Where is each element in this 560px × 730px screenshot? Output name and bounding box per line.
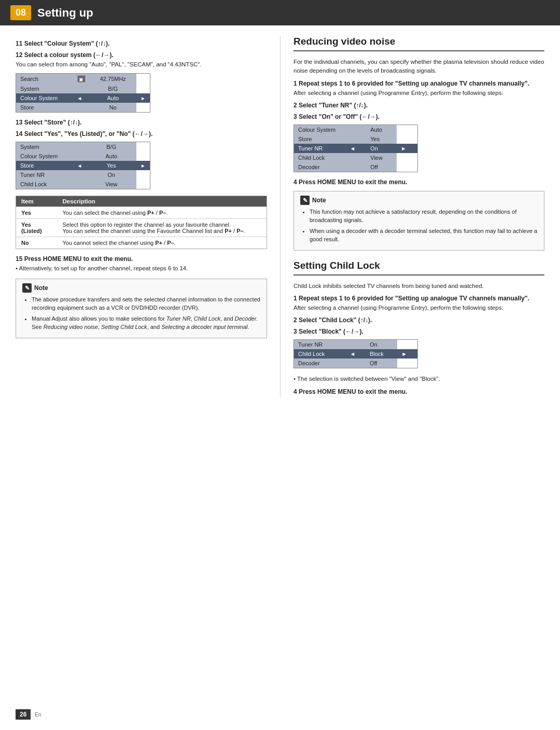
left-arrow: ◄	[346, 349, 366, 359]
desc-term: Yes	[16, 207, 58, 219]
menu-spacer	[73, 142, 87, 152]
desc-definition: You cannot select the channel using P+ /…	[58, 237, 267, 249]
menu-value: Block	[366, 349, 397, 359]
menu-value: Auto	[86, 151, 136, 161]
section2-note-body: • The selection is switched between "Vie…	[293, 375, 544, 383]
menu-value: Auto	[90, 93, 137, 103]
desc-term: Yes (Listed)	[16, 219, 58, 237]
step-15-body: • Alternatively, to set up for another c…	[16, 264, 267, 273]
menu-spacer	[346, 153, 367, 162]
menu-spacer	[73, 84, 90, 93]
menu-spacer	[73, 151, 87, 161]
tv-icon: ▣	[77, 75, 86, 82]
menu-table-1: Search ▣ 42.75MHz System B/G Colour Syst…	[16, 73, 150, 113]
menu-label: Store	[16, 103, 73, 113]
left-arrow: ◄	[73, 161, 87, 170]
menu-row-decoder3: Decoder Off	[294, 162, 418, 172]
note-item-2: When using a decoder with a decoder term…	[310, 227, 538, 244]
menu-row-colour-system: Colour System ◄ Auto ►	[16, 93, 150, 103]
step-13: 13 Select "Store" (↑/↓).	[16, 119, 267, 126]
menu-value: Yes	[86, 161, 136, 170]
section1-step2: 2 Select "Tuner NR" (↑/↓).	[293, 102, 544, 109]
step-15: 15 Press HOME MENU to exit the menu.	[16, 255, 267, 263]
menu-label: System	[16, 142, 73, 152]
left-column: 11 Select "Colour System" (↑/↓). 12 Sele…	[16, 36, 280, 397]
menu-label: Decoder	[294, 162, 346, 172]
menu-label: Colour System	[16, 93, 73, 103]
note-icon: ✎	[22, 283, 32, 293]
chapter-number: 08	[10, 5, 31, 20]
note-item-1: This function may not achieve a satisfac…	[310, 208, 538, 225]
desc-term: No	[16, 237, 58, 249]
menu-spacer	[73, 180, 87, 189]
menu-label: Child Lock	[294, 349, 346, 359]
section2-step1: 1 Repeat steps 1 to 6 provided for "Sett…	[293, 295, 544, 302]
menu-row-store: Store No	[16, 103, 150, 113]
note-list: The above procedure transfers and sets t…	[22, 295, 260, 332]
note-icon: ✎	[300, 196, 310, 205]
menu-value: View	[86, 180, 136, 189]
menu-row-store2: Store ◄ Yes ►	[16, 161, 150, 170]
menu-label: Decoder	[294, 359, 346, 368]
page-header: 08 Setting up	[0, 0, 560, 25]
menu-row-tunernr-h: Tuner NR ◄ On ►	[294, 144, 418, 153]
menu-label: Tuner NR	[16, 170, 73, 180]
menu-value: B/G	[90, 84, 137, 93]
menu-spacer	[73, 170, 87, 180]
right-arrow: ►	[136, 93, 150, 103]
note-item-1: The above procedure transfers and sets t…	[32, 295, 260, 312]
left-arrow: ◄	[346, 144, 367, 153]
menu-row-colour2: Colour System Auto	[16, 151, 150, 161]
menu-spacer	[346, 359, 366, 368]
description-table: Item Description Yes You can select the …	[16, 196, 267, 249]
menu-spacer	[346, 125, 367, 134]
menu-row-search: Search ▣ 42.75MHz	[16, 74, 150, 85]
section1-step4: 4 Press HOME MENU to exit the menu.	[293, 178, 544, 186]
menu-row-system: System B/G	[16, 84, 150, 93]
menu-label: Store	[16, 161, 73, 170]
left-note-box: ✎ Note The above procedure transfers and…	[16, 279, 267, 338]
menu-label: Search	[16, 74, 73, 85]
menu-table-2: System B/G Colour System Auto Store ◄ Ye…	[16, 142, 150, 189]
note-title: ✎ Note	[22, 283, 260, 293]
page-footer: 26 En	[16, 709, 41, 720]
section1-intro: For the individual channels, you can spe…	[293, 58, 544, 76]
menu-row-tunernr: Tuner NR On	[16, 170, 150, 180]
menu-table-3: Colour System Auto Store Yes Tuner NR ◄ …	[293, 125, 418, 172]
page-language: En	[35, 712, 41, 718]
step-12: 12 Select a colour system (←/→).	[16, 51, 267, 59]
menu-table-4: Tuner NR On Child Lock ◄ Block ► Decoder…	[293, 339, 418, 368]
section-heading-child-lock: Setting Child Lock	[293, 260, 544, 276]
menu-label: System	[16, 84, 73, 93]
content-area: 11 Select "Colour System" (↑/↓). 12 Sele…	[0, 36, 560, 397]
menu-value: On	[86, 170, 136, 180]
section2-step2: 2 Select "Child Lock" (↑/↓).	[293, 316, 544, 324]
right-note-box-1: ✎ Note This function may not achieve a s…	[293, 191, 544, 251]
section2-step3: 3 Select "Block" (←/→).	[293, 328, 544, 335]
section1-step3: 3 Select "On" or "Off" (←/→).	[293, 113, 544, 120]
menu-row-store3: Store Yes	[294, 134, 418, 144]
section1-step1-body: After selecting a channel (using Program…	[293, 89, 544, 98]
menu-icon-cell: ▣	[73, 74, 90, 85]
note-list: This function may not achieve a satisfac…	[300, 208, 538, 244]
menu-spacer	[346, 134, 367, 144]
section1-step1: 1 Repeat steps 1 to 6 provided for "Sett…	[293, 80, 544, 87]
page-number: 26	[16, 709, 31, 720]
menu-row-decoder4: Decoder Off	[294, 359, 418, 368]
desc-col-description: Description	[58, 196, 267, 207]
desc-row-yes: Yes You can select the channel using P+ …	[16, 207, 267, 219]
menu-value: View	[366, 153, 397, 162]
note-title: ✎ Note	[300, 196, 538, 205]
menu-label: Colour System	[294, 125, 346, 134]
menu-value: 42.75MHz	[90, 74, 137, 85]
menu-row-tunernr4: Tuner NR On	[294, 340, 418, 350]
menu-row-cs: Colour System Auto	[294, 125, 418, 134]
desc-row-yeslisted: Yes (Listed) Select this option to regis…	[16, 219, 267, 237]
menu-label: Child Lock	[16, 180, 73, 189]
step-11: 11 Select "Colour System" (↑/↓).	[16, 40, 267, 47]
chapter-title: Setting up	[37, 6, 93, 20]
note-label: Note	[34, 284, 48, 292]
menu-value: B/G	[86, 142, 136, 152]
menu-value: On	[366, 340, 397, 350]
step-12-body: You can select from among "Auto", "PAL",…	[16, 60, 267, 69]
